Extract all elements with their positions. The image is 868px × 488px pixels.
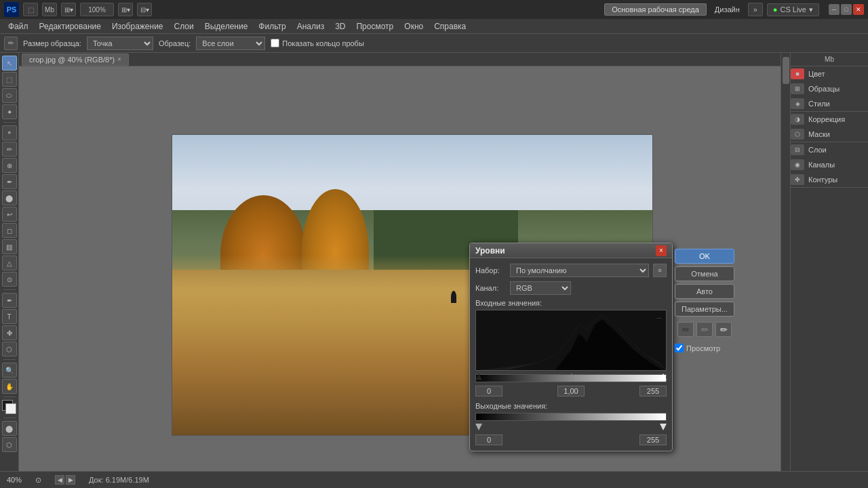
- tool-marquee[interactable]: ⬚: [2, 72, 17, 87]
- menu-window[interactable]: Окно: [399, 20, 429, 33]
- tool-quickmask[interactable]: ⬤: [2, 421, 17, 436]
- panel-row-channels[interactable]: ◉ Каналы: [791, 157, 868, 172]
- tool-move[interactable]: ↖: [2, 56, 17, 70]
- nav-next-button[interactable]: ▶: [66, 475, 75, 485]
- design-label: Дизайн: [715, 5, 740, 14]
- toolbar-zoom[interactable]: 100%: [80, 3, 114, 16]
- menu-image[interactable]: Изображение: [106, 20, 169, 33]
- size-select[interactable]: Точка 3x3 пикселя 5x5 пикселей: [87, 37, 153, 50]
- v-scrollbar[interactable]: [781, 53, 790, 471]
- preview-checkbox[interactable]: [675, 344, 684, 352]
- menu-analysis[interactable]: Анализ: [292, 20, 330, 33]
- tool-eraser[interactable]: ◻: [2, 223, 17, 238]
- menu-select[interactable]: Выделение: [199, 20, 254, 33]
- menu-layers[interactable]: Слои: [169, 20, 199, 33]
- tool-type[interactable]: T: [2, 309, 17, 324]
- histogram-container: ···: [475, 310, 667, 371]
- input-black-slider[interactable]: [475, 373, 482, 380]
- status-icon[interactable]: ⊙: [35, 476, 41, 485]
- document-tab[interactable]: crop.jpg @ 40% (RGB/8*) ×: [22, 54, 129, 66]
- channels-panel-label: Каналы: [808, 161, 835, 169]
- tool-history-brush[interactable]: ↩: [2, 207, 17, 222]
- tool-gradient[interactable]: ▨: [2, 239, 17, 254]
- tool-brush[interactable]: ✒: [2, 174, 17, 189]
- tool-shape[interactable]: ⬡: [2, 342, 17, 357]
- tab-close-icon[interactable]: ×: [117, 56, 121, 63]
- maximize-button[interactable]: □: [841, 4, 852, 15]
- input-white-value[interactable]: [639, 386, 667, 396]
- minimize-button[interactable]: ─: [829, 4, 840, 15]
- tool-eyedropper[interactable]: ✏: [2, 142, 17, 157]
- tool-blur[interactable]: △: [2, 256, 17, 270]
- menu-3d[interactable]: 3D: [330, 20, 351, 33]
- input-black-value[interactable]: [475, 386, 502, 396]
- panel-row-paths[interactable]: ✤ Контуры: [791, 172, 868, 187]
- close-button[interactable]: ✕: [853, 4, 864, 15]
- sample-select[interactable]: Все слои Текущий слой: [196, 37, 265, 50]
- tool-lasso[interactable]: ⬭: [2, 88, 17, 103]
- levels-options-button[interactable]: Параметры...: [675, 302, 734, 317]
- panel-row-styles[interactable]: ◈ Стили: [791, 96, 868, 111]
- tool-heal[interactable]: ⊕: [2, 158, 17, 173]
- tool-screen-mode[interactable]: ⬡: [2, 437, 17, 452]
- tool-clone[interactable]: ⬤: [2, 190, 17, 205]
- panel-row-correction[interactable]: ◑ Коррекция: [791, 112, 868, 127]
- background-color[interactable]: [5, 403, 16, 414]
- tool-pen[interactable]: ✒: [2, 293, 17, 308]
- cs-live-label: CS Live: [780, 5, 806, 14]
- expand-panels-icon[interactable]: »: [748, 3, 763, 16]
- toolbar-view[interactable]: ⊞▾: [118, 3, 133, 16]
- toolbar-icon-1[interactable]: ⬚: [23, 3, 38, 16]
- tool-zoom[interactable]: 🔍: [2, 363, 17, 378]
- output-label: Выходные значения:: [475, 402, 667, 410]
- photo-person: [451, 291, 456, 303]
- levels-ok-button[interactable]: OK: [675, 249, 734, 264]
- panel-row-masks[interactable]: ⬡ Маски: [791, 127, 868, 142]
- input-mid-slider[interactable]: [568, 373, 575, 380]
- tool-crop[interactable]: ⌖: [2, 125, 17, 140]
- tool-quick-select[interactable]: ✦: [2, 104, 17, 119]
- toolbar-icon-mb[interactable]: Mb: [42, 3, 57, 16]
- cs-live-button[interactable]: ● CS Live ▾: [767, 3, 819, 16]
- panel-row-color[interactable]: ■ Цвет: [791, 66, 868, 81]
- toolbar-icon-layout[interactable]: ⊞▾: [61, 3, 76, 16]
- levels-cancel-button[interactable]: Отмена: [675, 266, 734, 281]
- show-ring-checkbox[interactable]: [271, 39, 279, 47]
- input-white-slider[interactable]: [660, 373, 667, 380]
- levels-preset-menu[interactable]: ≡: [653, 264, 667, 277]
- preview-label: Просмотр: [686, 344, 720, 352]
- nav-prev-button[interactable]: ◀: [55, 475, 64, 485]
- input-mid-value[interactable]: [557, 386, 585, 396]
- panel-row-samples[interactable]: ⊞ Образцы: [791, 81, 868, 96]
- menu-file[interactable]: Файл: [3, 20, 34, 33]
- tool-hand[interactable]: ✋: [2, 379, 17, 394]
- tool-path[interactable]: ✤: [2, 325, 17, 340]
- color-swatches[interactable]: [2, 400, 17, 415]
- levels-auto-button[interactable]: Авто: [675, 284, 734, 299]
- levels-preset-label: Набор:: [475, 266, 506, 274]
- eyedropper-white-button[interactable]: ✏: [715, 322, 732, 337]
- paths-panel-label: Контуры: [808, 176, 837, 184]
- panel-row-layers[interactable]: ⊟ Слои: [791, 142, 868, 157]
- eyedropper-gray-button[interactable]: ✏: [696, 322, 713, 337]
- menu-view[interactable]: Просмотр: [351, 20, 399, 33]
- output-white-slider[interactable]: [660, 424, 667, 430]
- output-white-value[interactable]: [639, 434, 667, 445]
- toolbar-extra[interactable]: ⊟▾: [137, 3, 152, 16]
- ps-logo: PS: [4, 2, 19, 17]
- output-black-value[interactable]: [475, 434, 502, 445]
- levels-channel-select[interactable]: RGB Красный Зелёный Синий: [510, 281, 571, 295]
- output-black-slider[interactable]: [475, 424, 482, 430]
- eyedropper-black-button[interactable]: ✏: [677, 322, 694, 337]
- levels-close-button[interactable]: ×: [656, 245, 667, 256]
- menu-filter[interactable]: Фильтр: [253, 20, 291, 33]
- tool-divider-1: [3, 122, 16, 123]
- tool-dodge[interactable]: ⊙: [2, 272, 17, 287]
- v-scroll-thumb[interactable]: [783, 57, 789, 84]
- workspace-button[interactable]: Основная рабочая среда: [604, 3, 707, 16]
- levels-preset-select[interactable]: По умолчанию Пользовательский: [510, 264, 649, 277]
- levels-preset-row: Набор: По умолчанию Пользовательский ≡: [475, 264, 667, 277]
- menu-help[interactable]: Справка: [429, 20, 471, 33]
- panel-icon-mb[interactable]: Mb: [791, 53, 868, 66]
- menu-edit[interactable]: Редактирование: [34, 20, 106, 33]
